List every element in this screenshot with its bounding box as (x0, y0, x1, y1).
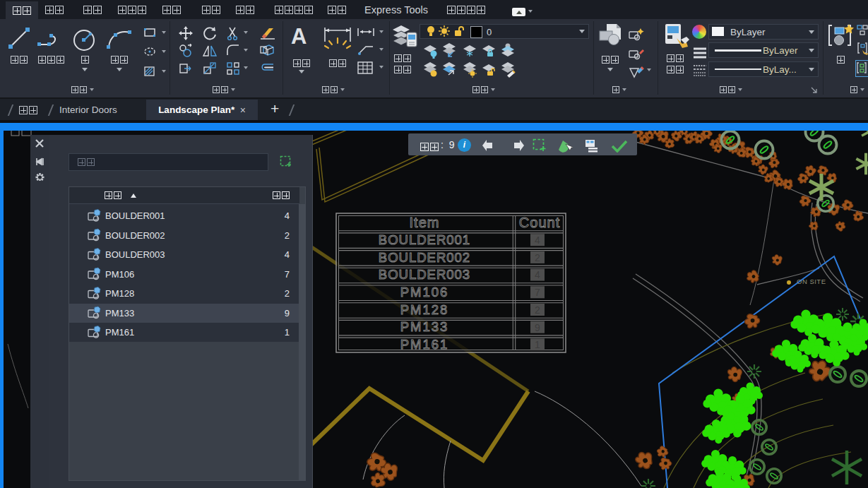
svg-text:PM133: PM133 (400, 319, 449, 334)
svg-text:4: 4 (535, 269, 540, 280)
svg-text:PM161: PM161 (400, 337, 449, 352)
svg-text:4: 4 (535, 234, 540, 246)
svg-text:2: 2 (535, 304, 540, 316)
svg-text:Count: Count (519, 215, 560, 230)
svg-text:BOULDER001: BOULDER001 (379, 232, 470, 247)
svg-text:7: 7 (535, 287, 540, 298)
svg-text:PM106: PM106 (400, 285, 449, 299)
svg-text:2: 2 (535, 252, 540, 263)
svg-text:PM128: PM128 (400, 302, 449, 317)
svg-text:9: 9 (535, 322, 540, 333)
svg-text:1: 1 (535, 339, 540, 350)
svg-text:ON SITE: ON SITE (797, 278, 826, 285)
svg-text:BOULDER003: BOULDER003 (379, 267, 470, 282)
svg-text:BOULDER002: BOULDER002 (379, 250, 470, 265)
svg-text:Item: Item (410, 215, 440, 230)
